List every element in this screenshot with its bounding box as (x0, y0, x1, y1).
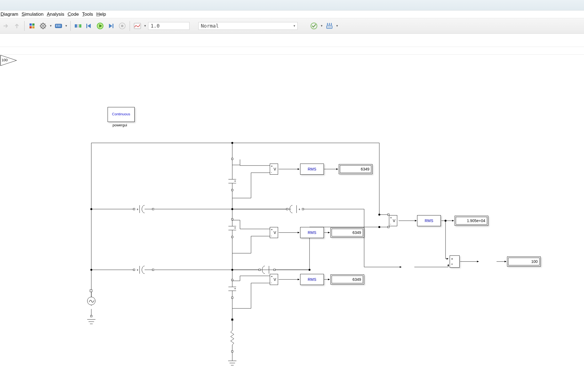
divide-block[interactable]: × ÷ (450, 255, 460, 268)
connection-node (90, 208, 92, 210)
svg-rect-41 (90, 315, 92, 317)
svg-rect-17 (58, 25, 59, 25)
svg-rect-15 (56, 25, 57, 25)
svg-text:+: + (137, 268, 138, 272)
explorer-dropdown[interactable]: ▼ (65, 24, 68, 27)
svg-rect-0 (30, 23, 32, 26)
breaker-1: + (133, 205, 154, 213)
menu-simulation[interactable]: Simulation (22, 12, 43, 17)
deploy-button[interactable] (325, 21, 334, 31)
display-total-value: 1.905e+04 (467, 218, 485, 223)
menu-help[interactable]: Help (96, 12, 106, 17)
svg-rect-74 (133, 269, 135, 271)
voltage-measurement-1[interactable]: + - V (270, 164, 278, 175)
svg-rect-88 (274, 269, 275, 271)
menu-tools[interactable]: Tools (82, 12, 93, 17)
config-dropdown[interactable]: ▼ (49, 24, 52, 27)
gain-100-value: 100 (2, 58, 8, 62)
svg-line-11 (45, 28, 45, 28)
rms-label: RMS (308, 167, 316, 171)
svg-text:+: + (298, 207, 300, 211)
step-back-button[interactable] (84, 21, 94, 31)
svg-rect-28 (121, 25, 123, 27)
svg-line-10 (41, 24, 41, 24)
display-1-value: 6349 (361, 167, 369, 171)
inspector-dropdown[interactable]: ▼ (144, 24, 146, 27)
display-2-value: 6349 (353, 230, 361, 235)
svg-rect-78 (152, 269, 154, 271)
data-inspector-button[interactable] (133, 21, 142, 31)
menu-analysis[interactable]: Analysis (47, 12, 64, 17)
svg-rect-22 (79, 24, 81, 28)
display-percent[interactable]: 100 (507, 257, 541, 266)
ac-voltage-source-block[interactable] (87, 297, 95, 305)
model-canvas[interactable]: Continuous ··· powergui (0, 55, 584, 392)
rms-block-2[interactable]: RMS (300, 227, 324, 238)
deploy-dropdown[interactable]: ▼ (336, 24, 338, 27)
navigation-bar (0, 47, 584, 55)
svg-point-35 (328, 26, 329, 27)
svg-rect-19 (59, 25, 60, 25)
voltage-measurement-total[interactable]: + - V (389, 215, 397, 226)
svg-rect-50 (231, 218, 233, 220)
display-percent-value: 100 (531, 259, 538, 264)
vm-plus-label: + (271, 164, 273, 168)
svg-rect-91 (90, 290, 92, 292)
svg-text:+: + (234, 226, 236, 230)
display-3-value: 6349 (353, 277, 361, 282)
ground-icon (87, 315, 95, 324)
divide-d-label: ÷ (451, 262, 453, 266)
vm-minus-label: - (271, 170, 272, 174)
display-2[interactable]: 6349 (330, 228, 364, 238)
rms-block-total[interactable]: RMS (417, 215, 441, 226)
stop-button[interactable] (118, 21, 127, 31)
stop-time-input[interactable] (148, 22, 190, 30)
simulation-mode-select[interactable]: Normal ▼ (198, 22, 298, 30)
svg-rect-63 (231, 297, 233, 298)
model-explorer-button[interactable] (54, 21, 63, 31)
library-browser-button[interactable] (27, 21, 37, 31)
svg-rect-1 (32, 23, 34, 26)
build-button[interactable] (309, 21, 319, 31)
svg-rect-65 (231, 351, 233, 352)
svg-rect-80 (286, 208, 288, 210)
svg-text:+: + (234, 179, 236, 183)
divide-x-label: × (451, 257, 453, 261)
nav-forward-button[interactable] (1, 21, 10, 31)
svg-rect-18 (58, 26, 59, 26)
svg-rect-48 (231, 189, 233, 191)
voltage-measurement-3[interactable]: + - V (270, 274, 278, 285)
nav-up-button[interactable] (12, 21, 22, 31)
menu-diagram[interactable]: DDiagramiagram (1, 12, 18, 17)
svg-point-37 (330, 26, 331, 27)
svg-rect-57 (231, 279, 233, 281)
model-config-button[interactable] (38, 21, 48, 31)
display-total[interactable]: 1.905e+04 (455, 216, 488, 226)
build-dropdown[interactable]: ▼ (320, 24, 323, 27)
svg-rect-86 (259, 269, 260, 271)
rms-block-3[interactable]: RMS (300, 274, 324, 285)
window-titlebar (0, 0, 584, 10)
rms-block-1[interactable]: RMS (300, 164, 324, 175)
display-1[interactable]: 6349 (339, 164, 372, 174)
step-forward-button[interactable] (106, 21, 116, 31)
breaker-2: + (133, 266, 154, 274)
svg-rect-23 (86, 24, 87, 28)
voltage-measurement-2[interactable]: + - V (270, 227, 278, 238)
svg-rect-90 (388, 226, 389, 228)
menu-code[interactable]: Code (68, 12, 79, 17)
svg-text:+: + (137, 207, 138, 211)
model-browser-bar (0, 34, 584, 47)
svg-rect-83 (302, 208, 304, 210)
display-3[interactable]: 6349 (330, 274, 364, 284)
update-diagram-button[interactable] (73, 21, 83, 31)
svg-rect-2 (30, 26, 32, 28)
run-button[interactable] (95, 21, 105, 31)
svg-rect-3 (32, 26, 34, 28)
vm-v-label: V (274, 167, 276, 171)
svg-point-5 (42, 25, 44, 27)
svg-rect-56 (231, 236, 233, 238)
menubar: DDiagramiagram Simulation Analysis Code … (0, 10, 584, 18)
wiring-layer: + + + (0, 55, 584, 392)
breaker-4 (232, 266, 275, 274)
